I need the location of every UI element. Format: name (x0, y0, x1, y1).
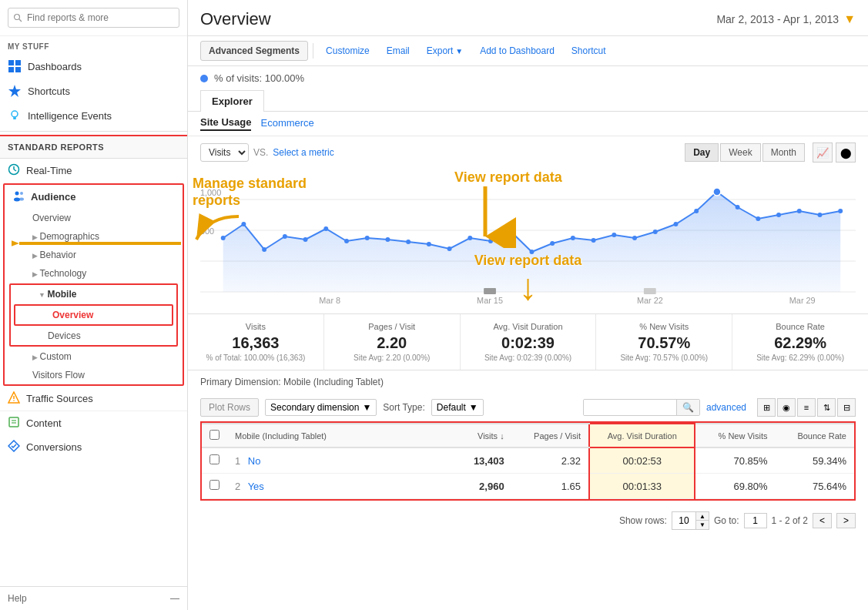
row2-value[interactable]: Yes (248, 481, 264, 492)
traffic-icon (8, 391, 20, 406)
customize-btn[interactable]: Customize (318, 42, 377, 60)
sidebar-item-dashboards[interactable]: Dashboards (0, 54, 187, 79)
sidebar-item-audience[interactable]: Audience (5, 185, 183, 209)
pages-label: Pages / Visit (337, 322, 447, 331)
sidebar-sub-custom[interactable]: Custom (5, 347, 183, 366)
row1-value[interactable]: No (248, 455, 261, 467)
sidebar-item-conversions[interactable]: Conversions (0, 435, 187, 459)
pivot-view-btn[interactable]: ⊟ (837, 398, 856, 417)
new-visits-value: 70.57% (608, 334, 719, 352)
row2-check[interactable] (209, 480, 220, 490)
rows-down-btn[interactable]: ▼ (696, 521, 709, 529)
table-controls: Plot Rows Secondary dimension ▼ Sort Typ… (188, 394, 868, 421)
rows-input[interactable] (672, 514, 695, 528)
page-title: Overview (200, 9, 271, 29)
shortcuts-label: Shortcuts (28, 85, 70, 97)
row1-checkbox (202, 447, 227, 474)
svg-point-44 (550, 241, 555, 246)
export-btn[interactable]: Export (419, 42, 471, 60)
metric-bounce: Bounce Rate 62.29% Site Avg: 62.29% (0.0… (732, 314, 868, 370)
search-icon-btn[interactable]: 🔍 (676, 400, 699, 415)
select-all-checkbox[interactable] (209, 430, 220, 440)
time-btn-day[interactable]: Day (685, 143, 719, 162)
visits-value: 16,363 (200, 334, 311, 352)
sidebar: MY STUFF Dashboards Shortcuts Intelligen… (0, 0, 188, 610)
sort-type-dropdown[interactable]: Default ▼ (431, 399, 484, 416)
advanced-link[interactable]: advanced (706, 402, 746, 413)
sidebar-item-traffic-sources[interactable]: Traffic Sources (0, 387, 187, 411)
svg-text:Mar 8: Mar 8 (319, 296, 340, 305)
sidebar-sub-mobile[interactable]: Mobile (11, 285, 176, 303)
col-bounce[interactable]: Bounce Rate (776, 424, 854, 447)
table-search-input[interactable] (584, 400, 676, 415)
add-to-dashboard-btn[interactable]: Add to Dashboard (472, 42, 562, 60)
toolbar-divider-1 (313, 43, 313, 59)
advanced-segments-btn[interactable]: Advanced Segments (200, 41, 308, 61)
svg-point-30 (262, 247, 266, 252)
sidebar-item-intelligence[interactable]: Intelligence Events (0, 103, 187, 128)
visits-label: % of visits: 100.00% (214, 72, 304, 84)
time-btn-week[interactable]: Week (720, 143, 760, 162)
date-dropdown-arrow: ▼ (843, 12, 856, 26)
svg-point-41 (488, 239, 493, 243)
svg-point-48 (632, 236, 637, 240)
tab-explorer[interactable]: Explorer (200, 90, 264, 112)
clock-icon (8, 163, 20, 178)
svg-marker-4 (8, 85, 21, 97)
list-view-btn[interactable]: ≡ (797, 398, 816, 417)
col-visits[interactable]: Visits ↓ (455, 424, 511, 447)
sidebar-sub-visitors-flow[interactable]: Visitors Flow (5, 366, 183, 384)
metric-dropdown[interactable]: Visits (200, 143, 249, 162)
svg-point-54 (756, 216, 760, 221)
goto-input[interactable] (744, 513, 767, 528)
sidebar-item-shortcuts[interactable]: Shortcuts (0, 79, 187, 103)
row1-check[interactable] (209, 454, 220, 464)
col-new-visits[interactable]: % New Visits (695, 424, 775, 447)
prev-page-btn[interactable]: < (813, 513, 832, 528)
dashboards-label: Dashboards (28, 61, 82, 72)
sidebar-sub-mobile-overview[interactable]: Overview (15, 306, 172, 324)
chevron-icon: ▼ (362, 402, 371, 413)
data-table-container: Mobile (Including Tablet) Visits ↓ Pages… (200, 421, 856, 501)
intelligence-label: Intelligence Events (28, 110, 112, 122)
duration-value: 0:02:39 (473, 334, 584, 352)
toolbar: Advanced Segments Customize Email Export… (188, 36, 868, 66)
shortcut-btn[interactable]: Shortcut (564, 42, 614, 60)
chart-type-btns: 📈 ⬤ (813, 142, 856, 163)
select-metric-link[interactable]: Select a metric (273, 147, 333, 158)
sidebar-sub-behavior[interactable]: Behavior (5, 246, 183, 264)
sidebar-sub-devices[interactable]: Devices (11, 327, 176, 345)
sidebar-sub-technology[interactable]: Technology (5, 264, 183, 283)
view-icons: ⊞ ◉ ≡ ⇅ ⊟ (757, 398, 856, 417)
sidebar-sub-overview[interactable]: Overview (5, 209, 183, 227)
grid-view-btn[interactable]: ⊞ (757, 398, 776, 417)
time-btn-month[interactable]: Month (762, 143, 805, 162)
next-page-btn[interactable]: > (836, 513, 856, 528)
email-btn[interactable]: Email (379, 42, 417, 60)
svg-point-5 (12, 111, 18, 117)
rows-up-btn[interactable]: ▲ (696, 512, 709, 521)
pie-chart-btn[interactable]: ⬤ (836, 142, 856, 163)
col-mobile[interactable]: Mobile (Including Tablet) (227, 424, 455, 447)
plot-rows-btn[interactable]: Plot Rows (200, 398, 259, 417)
svg-point-38 (427, 242, 431, 246)
secondary-dimension-dropdown[interactable]: Secondary dimension ▼ (265, 399, 377, 416)
pie-view-btn[interactable]: ◉ (777, 398, 796, 417)
report-type-ecommerce[interactable]: Ecommerce (260, 117, 313, 130)
row2-bounce: 75.64% (776, 474, 854, 499)
svg-point-37 (406, 240, 411, 244)
col-pages[interactable]: Pages / Visit (512, 424, 589, 447)
date-range[interactable]: Mar 2, 2013 - Apr 1, 2013 ▼ (716, 12, 856, 26)
col-avg-duration[interactable]: Avg. Visit Duration (589, 424, 695, 447)
sidebar-item-realtime[interactable]: Real-Time (0, 159, 187, 183)
search-input[interactable] (8, 8, 179, 28)
sidebar-item-content[interactable]: Content (0, 411, 187, 435)
table-header-row: Mobile (Including Tablet) Visits ↓ Pages… (202, 424, 854, 447)
svg-point-55 (776, 213, 781, 217)
line-chart-btn[interactable]: 📈 (813, 142, 833, 163)
sidebar-sub-demographics[interactable]: Demographics (5, 227, 183, 246)
report-type-site-usage[interactable]: Site Usage (200, 116, 251, 131)
row1-duration: 00:02:53 (589, 447, 695, 474)
compare-view-btn[interactable]: ⇅ (817, 398, 836, 417)
help-section[interactable]: Help — (0, 586, 187, 610)
